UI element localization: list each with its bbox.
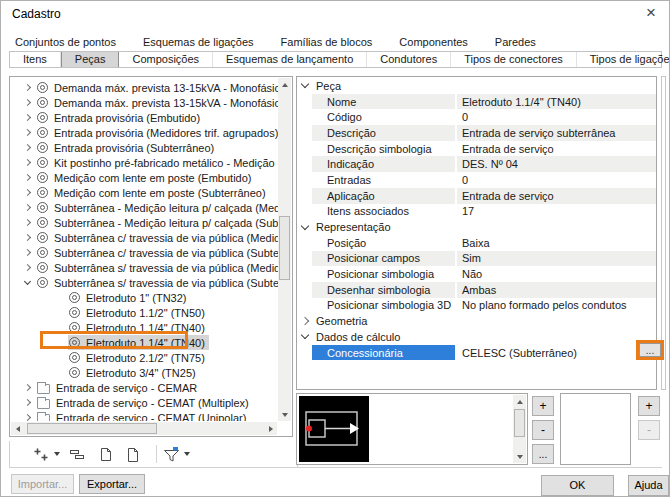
expand-chevron-icon[interactable] bbox=[24, 114, 31, 121]
tree-item-content[interactable]: Demanda máx. prevista 13-15kVA - Monofás… bbox=[36, 80, 278, 95]
tab-tipos-de-conectores[interactable]: Tipos de conectores bbox=[451, 52, 577, 67]
scroll-up-icon[interactable] bbox=[513, 395, 526, 408]
property-label[interactable]: Indicação bbox=[312, 156, 455, 172]
property-row[interactable]: ConcessionáriaCELESC (Subterrâneo) bbox=[297, 345, 656, 361]
expand-chevron-icon[interactable] bbox=[24, 249, 31, 256]
tree-item[interactable]: Entrada provisória (Medidores trif. agru… bbox=[10, 125, 278, 140]
tree-item-content[interactable]: Subterrânea c/ travessia de via pública … bbox=[36, 230, 278, 245]
tree-item-content[interactable]: Eletroduto 1" (TN32) bbox=[68, 290, 191, 305]
expand-chevron-icon[interactable] bbox=[24, 129, 31, 136]
section-collapse-icon[interactable] bbox=[301, 80, 309, 88]
symbol-thumbnail[interactable] bbox=[299, 396, 369, 462]
tree-item[interactable]: Eletroduto 3/4" (TN25) bbox=[10, 365, 278, 380]
collapse-chevron-icon[interactable] bbox=[24, 278, 31, 285]
tree-item-content[interactable]: Eletroduto 1.1/2" (TN50) bbox=[68, 305, 209, 320]
property-row[interactable]: Posicionar simbologia 3DNo plano formado… bbox=[297, 298, 656, 314]
tree-item-content[interactable]: Eletroduto 2.1/2" (TN75) bbox=[68, 350, 209, 365]
property-label[interactable]: Descrição simbologia bbox=[312, 141, 455, 157]
property-value[interactable]: Entrada de serviço subterrânea bbox=[455, 125, 656, 141]
section-collapse-icon[interactable] bbox=[301, 221, 309, 229]
tree-item-content[interactable]: Medição com lente em poste (Subterrâneo) bbox=[36, 185, 270, 200]
tree-item[interactable]: Subterrânea c/ travessia de via pública … bbox=[10, 245, 278, 260]
tree-item-content[interactable]: Subterrânea - Medição leitura p/ calçada… bbox=[36, 200, 278, 215]
property-label[interactable]: Concessionária bbox=[312, 345, 455, 361]
property-label[interactable]: Posicionar campos bbox=[312, 251, 455, 267]
property-row[interactable]: Descrição simbologiaEntrada de serviço bbox=[297, 141, 656, 157]
importar-button[interactable]: Importar... bbox=[11, 474, 74, 494]
property-section-header[interactable]: Representação bbox=[297, 219, 656, 235]
filter-dropdown-icon[interactable] bbox=[184, 452, 190, 456]
expand-chevron-icon[interactable] bbox=[24, 399, 31, 406]
property-label[interactable]: Entradas bbox=[312, 172, 455, 188]
close-icon[interactable]: × bbox=[646, 4, 656, 22]
property-label[interactable]: Posição bbox=[312, 235, 455, 251]
secondary-add-button[interactable]: + bbox=[638, 396, 660, 416]
tree-item[interactable]: Subterrânea s/ travessia de via pública … bbox=[10, 275, 278, 290]
property-label[interactable]: Desenhar simbologia bbox=[312, 282, 455, 298]
tree-item[interactable]: Demanda máx. prevista 13-15kVA - Monofás… bbox=[10, 95, 278, 110]
tree-item[interactable]: Demanda máx. prevista 13-15kVA - Monofás… bbox=[10, 80, 278, 95]
tree-item[interactable]: Subterrânea c/ travessia de via pública … bbox=[10, 230, 278, 245]
tab-composicoes[interactable]: Composições bbox=[119, 52, 213, 67]
expand-chevron-icon[interactable] bbox=[24, 159, 31, 166]
tree-item-content[interactable]: Entrada de serviço - CEMAT (Unipolar) bbox=[36, 410, 250, 421]
expand-chevron-icon[interactable] bbox=[24, 384, 31, 391]
symbol-more-button[interactable]: ... bbox=[532, 444, 554, 464]
tab-itens[interactable]: Itens bbox=[10, 52, 61, 67]
secondary-remove-button[interactable]: - bbox=[638, 420, 660, 440]
tree-item-content[interactable]: Medição com lente em poste (Embutido) bbox=[36, 170, 255, 185]
property-value[interactable]: Eletroduto 1.1/4" (TN40) bbox=[455, 94, 656, 110]
tab-componentes[interactable]: Componentes bbox=[399, 36, 468, 51]
exportar-button[interactable]: Exportar... bbox=[79, 474, 145, 494]
symbol-list[interactable] bbox=[296, 393, 528, 465]
symbol-add-button[interactable]: + bbox=[532, 396, 554, 416]
tree-item-content[interactable]: Subterrânea s/ travessia de via pública … bbox=[36, 260, 278, 275]
tree-item-content[interactable]: Subterrânea - Medição leitura p/ calçada… bbox=[36, 215, 278, 230]
property-label[interactable]: Itens associados bbox=[312, 204, 455, 220]
tree-item[interactable]: Kit postinho pré-fabricado metálico - Me… bbox=[10, 155, 278, 170]
property-label[interactable]: Posicionar simbologia 3D bbox=[312, 298, 455, 314]
property-value[interactable]: Baixa bbox=[455, 235, 656, 251]
expand-chevron-icon[interactable] bbox=[24, 174, 31, 181]
property-value[interactable]: DES. Nº 04 bbox=[455, 156, 656, 172]
expand-chevron-icon[interactable] bbox=[24, 204, 31, 211]
tree-item[interactable]: Entrada de serviço - CEMAT (Unipolar) bbox=[10, 410, 278, 421]
property-value[interactable]: Entrada de serviço bbox=[455, 188, 656, 204]
expand-chevron-icon[interactable] bbox=[24, 99, 31, 106]
scroll-left-icon[interactable] bbox=[11, 422, 24, 435]
tab-esquemas-de-lancamento[interactable]: Esquemas de lançamento bbox=[213, 52, 367, 67]
symbol-remove-button[interactable]: - bbox=[532, 420, 554, 440]
property-value[interactable]: 17 bbox=[455, 204, 656, 220]
property-row[interactable]: Código0 bbox=[297, 109, 656, 125]
tree-item[interactable]: Entrada de serviço - CEMAR bbox=[10, 380, 278, 395]
tab-esquemas-de-ligacoes[interactable]: Esquemas de ligações bbox=[143, 36, 254, 51]
property-row[interactable]: AplicaçãoEntrada de serviço bbox=[297, 188, 656, 204]
property-section-header[interactable]: Dados de cálculo bbox=[297, 329, 656, 345]
ajuda-button[interactable]: Ajuda bbox=[628, 475, 669, 496]
property-label[interactable]: Posicionar simbologia bbox=[312, 266, 455, 282]
tab-familias-de-blocos[interactable]: Famílias de blocos bbox=[281, 36, 373, 51]
scroll-down-icon[interactable] bbox=[278, 408, 291, 421]
property-section-header[interactable]: Geometria bbox=[297, 313, 656, 329]
property-row[interactable]: IndicaçãoDES. Nº 04 bbox=[297, 156, 656, 172]
scroll-down-icon[interactable] bbox=[513, 450, 526, 463]
tree-item[interactable]: Eletroduto 1.1/2" (TN50) bbox=[10, 305, 278, 320]
property-value[interactable]: Não bbox=[455, 266, 656, 282]
property-value[interactable]: CELESC (Subterrâneo) bbox=[455, 345, 656, 361]
property-section-header[interactable]: Peça bbox=[297, 78, 656, 94]
property-row[interactable]: Entradas0 bbox=[297, 172, 656, 188]
scroll-up-icon[interactable] bbox=[278, 78, 291, 91]
property-value[interactable]: Sim bbox=[455, 251, 656, 267]
property-row[interactable]: Posicionar camposSim bbox=[297, 251, 656, 267]
tab-tipos-de-ligacoes[interactable]: Tipos de ligações bbox=[577, 52, 670, 67]
expand-chevron-icon[interactable] bbox=[24, 84, 31, 91]
tab-pecas[interactable]: Peças bbox=[61, 52, 120, 67]
tree-item[interactable]: Entrada provisória (Embutido) bbox=[10, 110, 278, 125]
tree-horizontal-scrollbar[interactable] bbox=[11, 422, 277, 435]
tab-conjuntos-de-pontos[interactable]: Conjuntos de pontos bbox=[15, 36, 116, 51]
tree-item[interactable]: Entrada de serviço - CEMAT (Multiplex) bbox=[10, 395, 278, 410]
tree-hscroll-thumb[interactable] bbox=[27, 423, 157, 434]
property-row[interactable]: Desenhar simbologiaAmbas bbox=[297, 282, 656, 298]
symbol-scroll-thumb[interactable] bbox=[514, 409, 525, 437]
property-label[interactable]: Descrição bbox=[312, 125, 455, 141]
